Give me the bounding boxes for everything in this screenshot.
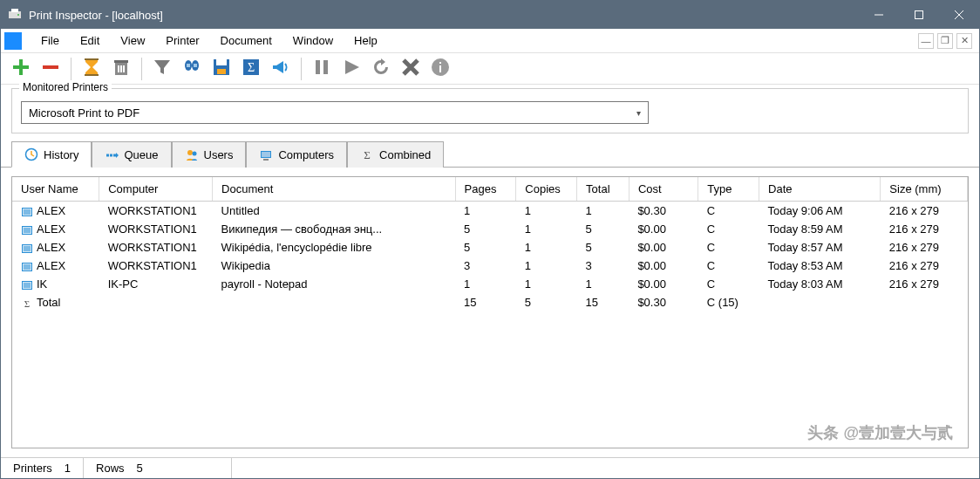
hourglass-icon bbox=[81, 57, 102, 80]
svg-rect-8 bbox=[13, 65, 29, 69]
column-header[interactable]: Copies bbox=[516, 177, 577, 202]
svg-rect-4 bbox=[915, 11, 923, 19]
history-icon bbox=[24, 147, 38, 161]
tabs: HistoryQueueUsersComputersΣCombined bbox=[1, 140, 979, 168]
menu-view[interactable]: View bbox=[110, 31, 155, 51]
monitored-printers-group: Monitored Printers Microsoft Print to PD… bbox=[11, 88, 969, 133]
queue-icon bbox=[105, 148, 119, 162]
document-icon bbox=[21, 277, 37, 291]
tab-combined[interactable]: ΣCombined bbox=[347, 141, 444, 168]
tab-history[interactable]: History bbox=[11, 141, 92, 168]
remove-icon bbox=[40, 57, 61, 80]
svg-text:Σ: Σ bbox=[364, 148, 371, 161]
sigma-icon: Σ bbox=[21, 296, 37, 309]
column-header[interactable]: Type bbox=[698, 177, 759, 202]
play-icon bbox=[341, 57, 362, 80]
document-icon bbox=[21, 222, 37, 236]
tab-label: History bbox=[44, 148, 78, 161]
menu-help[interactable]: Help bbox=[344, 31, 388, 51]
toolbar-info-button[interactable] bbox=[427, 56, 453, 82]
svg-rect-13 bbox=[114, 60, 128, 63]
mdi-restore[interactable]: ❐ bbox=[937, 33, 953, 49]
tab-queue[interactable]: Queue bbox=[92, 141, 171, 168]
toolbar-find-button[interactable] bbox=[179, 56, 205, 82]
menu-printer[interactable]: Printer bbox=[155, 31, 209, 51]
table-row[interactable]: ALEXWORKSTATION1Википедия — свободная эн… bbox=[12, 220, 968, 238]
toolbar-play-button[interactable] bbox=[338, 56, 364, 82]
table-row[interactable]: ALEXWORKSTATION1Wikipedia313$0.00CToday … bbox=[12, 257, 968, 275]
toolbar-hourglass-button[interactable] bbox=[78, 56, 105, 82]
svg-rect-1 bbox=[11, 9, 18, 12]
column-header[interactable]: Pages bbox=[455, 177, 516, 202]
toolbar-refresh-button[interactable] bbox=[368, 56, 394, 82]
svg-rect-14 bbox=[118, 65, 119, 72]
document-icon bbox=[21, 241, 37, 254]
svg-rect-10 bbox=[85, 58, 99, 60]
table-row[interactable]: IKIK-PCpayroll - Notepad111$0.00CToday 8… bbox=[12, 275, 968, 293]
document-icon bbox=[21, 204, 37, 217]
toolbar-cancel-button[interactable] bbox=[398, 56, 424, 82]
toolbar-filter-button[interactable] bbox=[149, 56, 175, 82]
computers-icon bbox=[259, 148, 273, 162]
menubar: FileEditViewPrinterDocumentWindowHelp — … bbox=[1, 29, 979, 53]
svg-rect-35 bbox=[262, 152, 270, 157]
column-header[interactable]: Document bbox=[213, 177, 455, 202]
status-rows-value: 5 bbox=[137, 462, 143, 475]
menu-edit[interactable]: Edit bbox=[70, 31, 110, 51]
toolbar-remove-button[interactable] bbox=[37, 56, 64, 82]
svg-rect-19 bbox=[187, 64, 190, 67]
filter-icon bbox=[152, 57, 173, 80]
announce-icon bbox=[270, 57, 291, 80]
mdi-icon bbox=[4, 32, 22, 50]
toolbar-add-button[interactable] bbox=[8, 56, 34, 82]
svg-rect-20 bbox=[194, 64, 197, 67]
table-row[interactable]: ALEXWORKSTATION1Untitled111$0.30CToday 9… bbox=[12, 202, 968, 221]
status-printers-value: 1 bbox=[65, 462, 71, 475]
close-button[interactable] bbox=[939, 1, 979, 29]
printer-dropdown-value: Microsoft Print to PDF bbox=[29, 106, 636, 120]
menu-window[interactable]: Window bbox=[282, 31, 344, 51]
users-icon bbox=[185, 148, 199, 162]
table-row[interactable]: ALEXWORKSTATION1Wikipédia, l'encyclopédi… bbox=[12, 238, 968, 257]
pause-icon bbox=[311, 57, 332, 80]
add-icon bbox=[10, 57, 31, 80]
mdi-minimize[interactable]: — bbox=[918, 33, 934, 49]
cancel-icon bbox=[400, 57, 421, 80]
refresh-icon bbox=[371, 57, 391, 80]
toolbar-trash-button[interactable] bbox=[108, 56, 134, 82]
toolbar-pause-button[interactable] bbox=[309, 56, 335, 82]
column-header[interactable]: Computer bbox=[99, 177, 213, 202]
tab-label: Computers bbox=[278, 148, 334, 161]
toolbar-separator bbox=[141, 58, 142, 80]
svg-rect-23 bbox=[217, 69, 226, 74]
tab-users[interactable]: Users bbox=[172, 141, 247, 168]
sum-report-icon: Σ bbox=[241, 57, 262, 80]
svg-rect-27 bbox=[323, 60, 328, 74]
toolbar-separator bbox=[71, 58, 71, 80]
tab-computers[interactable]: Computers bbox=[246, 141, 347, 168]
minimize-button[interactable] bbox=[859, 1, 899, 29]
svg-rect-22 bbox=[216, 59, 227, 65]
history-grid[interactable]: User NameComputerDocumentPagesCopiesTota… bbox=[11, 176, 969, 448]
column-header[interactable]: Total bbox=[577, 177, 630, 202]
column-header[interactable]: Size (mm) bbox=[881, 177, 968, 202]
toolbar-save-button[interactable] bbox=[208, 56, 235, 82]
menu-file[interactable]: File bbox=[31, 31, 70, 51]
printer-dropdown[interactable]: Microsoft Print to PDF ▾ bbox=[21, 101, 649, 124]
status-rows-label: Rows bbox=[96, 462, 125, 475]
column-header[interactable]: Date bbox=[759, 177, 881, 202]
tab-label: Queue bbox=[124, 148, 158, 161]
table-total-row[interactable]: ΣTotal15515$0.30C (15) bbox=[12, 293, 968, 311]
toolbar-announce-button[interactable] bbox=[268, 56, 294, 82]
menu-document[interactable]: Document bbox=[210, 31, 282, 51]
svg-rect-11 bbox=[85, 74, 99, 76]
maximize-button[interactable] bbox=[899, 1, 939, 29]
window-title: Print Inspector - [localhost] bbox=[29, 9, 859, 22]
column-header[interactable]: Cost bbox=[629, 177, 698, 202]
toolbar-sum-report-button[interactable]: Σ bbox=[238, 56, 264, 82]
column-header[interactable]: User Name bbox=[12, 177, 99, 202]
tab-label: Combined bbox=[379, 148, 431, 161]
app-icon bbox=[8, 8, 22, 22]
find-icon bbox=[181, 57, 202, 80]
mdi-close[interactable]: ✕ bbox=[956, 33, 972, 49]
